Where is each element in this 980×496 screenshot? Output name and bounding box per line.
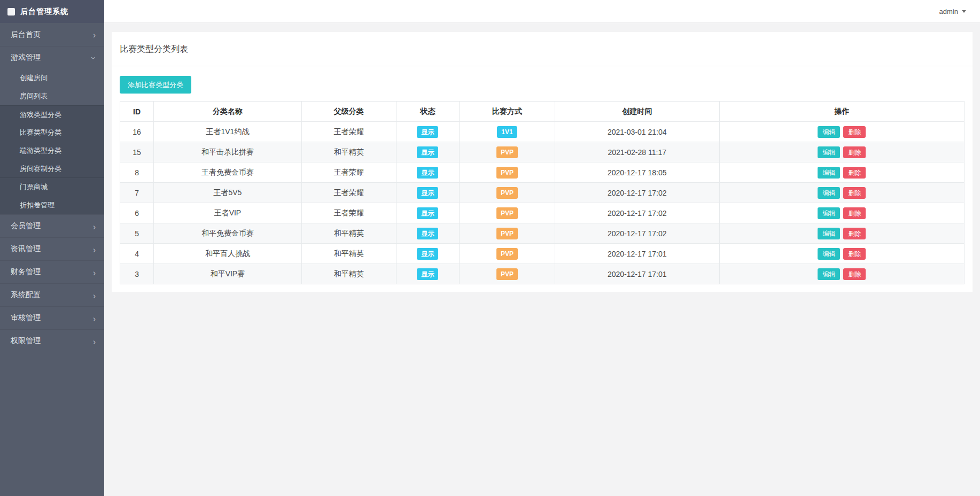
table-row: 16王者1V1约战王者荣耀显示1V12021-03-01 21:04编辑删除 [120, 122, 965, 142]
table-row: 8王者免费金币赛王者荣耀显示PVP2020-12-17 18:05编辑删除 [120, 162, 965, 183]
delete-button[interactable]: 删除 [843, 146, 866, 158]
sidebar-menu: 后台首页›游戏管理›创建房间房间列表游戏类型分类比赛类型分类端游类型分类房间赛制… [0, 23, 104, 496]
add-category-button[interactable]: 添加比赛类型分类 [120, 76, 191, 94]
cell-name: 和平VIP赛 [154, 264, 302, 284]
mode-badge: PVP [496, 187, 518, 199]
topbar: admin [104, 0, 980, 23]
cell-parent: 王者荣耀 [301, 183, 396, 203]
status-badge: 显示 [417, 268, 438, 280]
cell-actions: 编辑删除 [719, 203, 964, 223]
sidebar-item-5[interactable]: 系统配置› [0, 283, 104, 306]
page-content: 比赛类型分类列表 添加比赛类型分类 ID分类名称父级分类状态比赛方式创建时间操作… [104, 23, 980, 496]
edit-button[interactable]: 编辑 [818, 167, 840, 179]
delete-button[interactable]: 删除 [843, 207, 866, 219]
status-badge: 显示 [417, 207, 438, 219]
edit-button[interactable]: 编辑 [818, 268, 840, 280]
delete-button[interactable]: 删除 [843, 187, 866, 199]
sidebar-subitem-6[interactable]: 门票商城 [0, 178, 104, 196]
cell-id: 8 [120, 162, 154, 183]
edit-button[interactable]: 编辑 [818, 126, 840, 138]
edit-button[interactable]: 编辑 [818, 187, 840, 199]
sidebar-subitem-7[interactable]: 折扣卷管理 [0, 196, 104, 214]
cell-created: 2020-12-17 17:02 [555, 183, 719, 203]
cell-actions: 编辑删除 [719, 162, 964, 183]
edit-button[interactable]: 编辑 [818, 207, 840, 219]
chevron-right-icon: › [93, 245, 96, 254]
mode-badge: PVP [496, 146, 518, 158]
cell-created: 2020-12-17 17:01 [555, 244, 719, 264]
status-badge: 显示 [417, 248, 438, 260]
cell-actions: 编辑删除 [719, 223, 964, 244]
sidebar-subitem-2[interactable]: 游戏类型分类 [0, 105, 104, 123]
delete-button[interactable]: 删除 [843, 248, 866, 260]
sidebar-subitem-3[interactable]: 比赛类型分类 [0, 123, 104, 142]
cell-created: 2021-03-01 21:04 [555, 122, 719, 142]
sidebar-item-label: 资讯管理 [11, 244, 41, 254]
cell-status: 显示 [396, 122, 460, 142]
table-row: 3和平VIP赛和平精英显示PVP2020-12-17 17:01编辑删除 [120, 264, 965, 284]
table-row: 6王者VIP王者荣耀显示PVP2020-12-17 17:02编辑删除 [120, 203, 965, 223]
status-badge: 显示 [417, 167, 438, 179]
cell-id: 7 [120, 183, 154, 203]
user-menu[interactable]: admin [939, 7, 966, 15]
cell-name: 王者VIP [154, 203, 302, 223]
sidebar-item-4[interactable]: 财务管理› [0, 260, 104, 283]
sidebar-subitem-4[interactable]: 端游类型分类 [0, 142, 104, 160]
column-header: ID [120, 102, 154, 122]
card-body: 添加比赛类型分类 ID分类名称父级分类状态比赛方式创建时间操作 16王者1V1约… [112, 66, 973, 292]
logo-icon [7, 8, 15, 15]
content-card: 比赛类型分类列表 添加比赛类型分类 ID分类名称父级分类状态比赛方式创建时间操作… [112, 32, 973, 292]
delete-button[interactable]: 删除 [843, 167, 866, 179]
cell-name: 王者免费金币赛 [154, 162, 302, 183]
table-row: 7王者5V5王者荣耀显示PVP2020-12-17 17:02编辑删除 [120, 183, 965, 203]
cell-mode: 1V1 [460, 122, 555, 142]
sidebar-item-1[interactable]: 游戏管理› [0, 46, 104, 69]
sidebar-item-3[interactable]: 资讯管理› [0, 237, 104, 260]
delete-button[interactable]: 删除 [843, 228, 866, 239]
cell-id: 3 [120, 264, 154, 284]
cell-name: 王者1V1约战 [154, 122, 302, 142]
column-header: 操作 [719, 102, 964, 122]
sidebar-item-7[interactable]: 权限管理› [0, 329, 104, 352]
sidebar: 后台管理系统 后台首页›游戏管理›创建房间房间列表游戏类型分类比赛类型分类端游类… [0, 0, 104, 496]
cell-actions: 编辑删除 [719, 142, 964, 162]
cell-actions: 编辑删除 [719, 183, 964, 203]
chevron-right-icon: › [93, 291, 96, 300]
chevron-right-icon: › [93, 314, 96, 323]
sidebar-subitem-5[interactable]: 房间赛制分类 [0, 160, 104, 178]
status-badge: 显示 [417, 187, 438, 199]
edit-button[interactable]: 编辑 [818, 228, 840, 239]
cell-mode: PVP [460, 264, 555, 284]
sidebar-subitem-0[interactable]: 创建房间 [0, 69, 104, 87]
caret-down-icon [962, 10, 966, 13]
cell-created: 2020-12-17 17:02 [555, 223, 719, 244]
table-row: 5和平免费金币赛和平精英显示PVP2020-12-17 17:02编辑删除 [120, 223, 965, 244]
table-header-row: ID分类名称父级分类状态比赛方式创建时间操作 [120, 102, 965, 122]
sidebar-item-6[interactable]: 审核管理› [0, 306, 104, 329]
column-header: 状态 [396, 102, 460, 122]
cell-id: 16 [120, 122, 154, 142]
edit-button[interactable]: 编辑 [818, 248, 840, 260]
cell-mode: PVP [460, 183, 555, 203]
cell-mode: PVP [460, 203, 555, 223]
delete-button[interactable]: 删除 [843, 126, 866, 138]
cell-id: 5 [120, 223, 154, 244]
category-table: ID分类名称父级分类状态比赛方式创建时间操作 16王者1V1约战王者荣耀显示1V… [120, 101, 965, 284]
main-area: admin 比赛类型分类列表 添加比赛类型分类 ID分类名称父级分类状态比赛方式… [104, 0, 980, 496]
cell-actions: 编辑删除 [719, 244, 964, 264]
column-header: 比赛方式 [460, 102, 555, 122]
edit-button[interactable]: 编辑 [818, 146, 840, 158]
sidebar-item-0[interactable]: 后台首页› [0, 23, 104, 46]
cell-name: 和平击杀比拼赛 [154, 142, 302, 162]
cell-status: 显示 [396, 142, 460, 162]
status-badge: 显示 [417, 228, 438, 239]
mode-badge: PVP [496, 167, 518, 179]
cell-status: 显示 [396, 162, 460, 183]
sidebar-item-2[interactable]: 会员管理› [0, 214, 104, 237]
cell-parent: 王者荣耀 [301, 203, 396, 223]
table-row: 15和平击杀比拼赛和平精英显示PVP2021-02-28 11:17编辑删除 [120, 142, 965, 162]
delete-button[interactable]: 删除 [843, 268, 866, 280]
sidebar-item-label: 系统配置 [11, 290, 41, 300]
sidebar-item-label: 财务管理 [11, 267, 41, 277]
sidebar-subitem-1[interactable]: 房间列表 [0, 87, 104, 105]
